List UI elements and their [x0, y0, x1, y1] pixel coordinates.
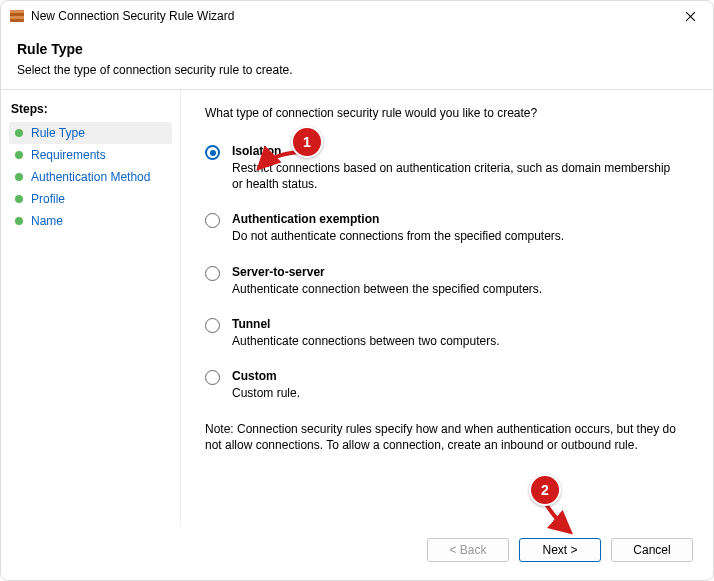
note-text: Note: Connection security rules specify … [205, 421, 683, 453]
step-label: Name [31, 214, 63, 228]
step-label: Rule Type [31, 126, 85, 140]
content-area: What type of connection security rule wo… [181, 90, 713, 526]
step-bullet-icon [15, 195, 23, 203]
step-label: Authentication Method [31, 170, 150, 184]
radio-isolation[interactable] [205, 145, 220, 160]
next-button[interactable]: Next > [519, 538, 601, 562]
step-bullet-icon [15, 151, 23, 159]
radio-server-to-server[interactable] [205, 266, 220, 281]
option-desc: Do not authenticate connections from the… [232, 228, 564, 244]
radio-tunnel[interactable] [205, 318, 220, 333]
svg-rect-1 [10, 10, 24, 13]
back-button[interactable]: < Back [427, 538, 509, 562]
wizard-header: Rule Type Select the type of connection … [1, 31, 713, 89]
option-isolation[interactable]: Isolation Restrict connections based on … [205, 144, 683, 192]
option-desc: Authenticate connection between the spec… [232, 281, 542, 297]
option-custom[interactable]: Custom Custom rule. [205, 369, 683, 401]
option-tunnel[interactable]: Tunnel Authenticate connections between … [205, 317, 683, 349]
wizard-footer: < Back Next > Cancel [1, 526, 713, 580]
window-title: New Connection Security Rule Wizard [31, 9, 675, 23]
option-texts: Server-to-server Authenticate connection… [232, 265, 542, 297]
step-name[interactable]: Name [9, 210, 172, 232]
page-subtitle: Select the type of connection security r… [17, 63, 697, 77]
radio-authentication-exemption[interactable] [205, 213, 220, 228]
annotation-number: 1 [303, 134, 311, 150]
option-desc: Restrict connections based on authentica… [232, 160, 683, 192]
steps-sidebar: Steps: Rule Type Requirements Authentica… [1, 90, 181, 526]
step-bullet-icon [15, 217, 23, 225]
option-desc: Custom rule. [232, 385, 300, 401]
options-group: Isolation Restrict connections based on … [205, 144, 683, 401]
step-bullet-icon [15, 173, 23, 181]
step-rule-type[interactable]: Rule Type [9, 122, 172, 144]
annotation-number: 2 [541, 482, 549, 498]
step-requirements[interactable]: Requirements [9, 144, 172, 166]
step-authentication-method[interactable]: Authentication Method [9, 166, 172, 188]
option-texts: Authentication exemption Do not authenti… [232, 212, 564, 244]
annotation-badge-2: 2 [529, 474, 561, 506]
annotation-badge-1: 1 [291, 126, 323, 158]
close-icon [685, 11, 696, 22]
page-title: Rule Type [17, 41, 697, 57]
option-label: Custom [232, 369, 300, 383]
svg-rect-2 [10, 16, 24, 19]
step-label: Requirements [31, 148, 106, 162]
option-label: Server-to-server [232, 265, 542, 279]
wizard-body: Steps: Rule Type Requirements Authentica… [1, 90, 713, 526]
option-texts: Tunnel Authenticate connections between … [232, 317, 500, 349]
option-label: Tunnel [232, 317, 500, 331]
titlebar: New Connection Security Rule Wizard [1, 1, 713, 31]
question-text: What type of connection security rule wo… [205, 106, 683, 120]
cancel-button[interactable]: Cancel [611, 538, 693, 562]
step-label: Profile [31, 192, 65, 206]
close-button[interactable] [675, 1, 705, 31]
steps-heading: Steps: [11, 102, 172, 116]
option-server-to-server[interactable]: Server-to-server Authenticate connection… [205, 265, 683, 297]
step-bullet-icon [15, 129, 23, 137]
wizard-window: New Connection Security Rule Wizard Rule… [0, 0, 714, 581]
radio-custom[interactable] [205, 370, 220, 385]
option-texts: Custom Custom rule. [232, 369, 300, 401]
option-label: Authentication exemption [232, 212, 564, 226]
option-authentication-exemption[interactable]: Authentication exemption Do not authenti… [205, 212, 683, 244]
firewall-icon [9, 8, 25, 24]
option-desc: Authenticate connections between two com… [232, 333, 500, 349]
step-profile[interactable]: Profile [9, 188, 172, 210]
